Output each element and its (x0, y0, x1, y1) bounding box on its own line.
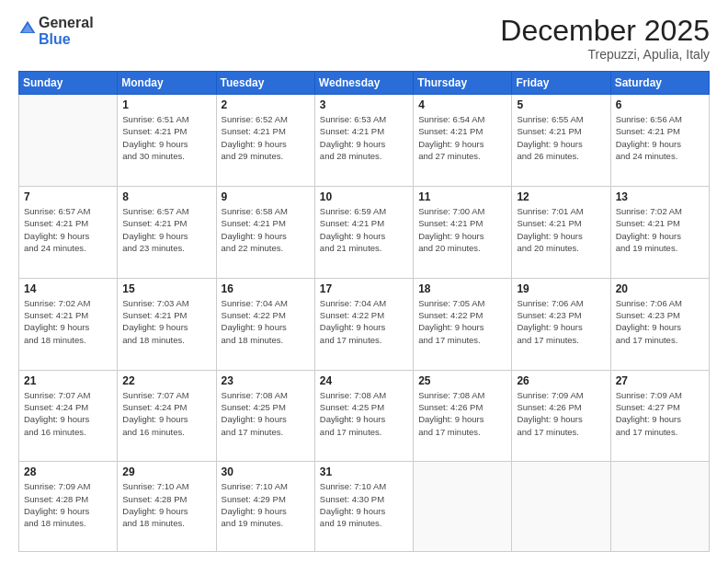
day-info: Sunrise: 7:08 AM Sunset: 4:26 PM Dayligh… (418, 389, 506, 438)
day-info: Sunrise: 7:05 AM Sunset: 4:22 PM Dayligh… (418, 297, 506, 346)
day-info: Sunrise: 7:03 AM Sunset: 4:21 PM Dayligh… (122, 297, 210, 346)
day-info: Sunrise: 7:02 AM Sunset: 4:21 PM Dayligh… (24, 297, 112, 346)
day-number: 18 (418, 282, 506, 295)
day-info: Sunrise: 7:09 AM Sunset: 4:27 PM Dayligh… (616, 389, 704, 438)
table-row: 7Sunrise: 6:57 AM Sunset: 4:21 PM Daylig… (19, 187, 118, 279)
page: General Blue December 2025 Trepuzzi, Apu… (0, 0, 728, 563)
day-number: 30 (222, 465, 310, 478)
location: Trepuzzi, Apulia, Italy (500, 47, 710, 62)
table-row: 22Sunrise: 7:07 AM Sunset: 4:24 PM Dayli… (118, 370, 216, 462)
day-number: 10 (320, 190, 408, 203)
day-number: 13 (616, 190, 704, 203)
table-row: 17Sunrise: 7:04 AM Sunset: 4:22 PM Dayli… (314, 278, 413, 370)
table-row: 23Sunrise: 7:08 AM Sunset: 4:25 PM Dayli… (216, 370, 314, 462)
day-number: 15 (122, 282, 210, 295)
day-number: 6 (616, 98, 704, 111)
day-number: 12 (517, 190, 605, 203)
col-saturday: Saturday (610, 72, 709, 95)
table-row: 13Sunrise: 7:02 AM Sunset: 4:21 PM Dayli… (610, 187, 709, 279)
table-row: 26Sunrise: 7:09 AM Sunset: 4:26 PM Dayli… (512, 370, 610, 462)
day-info: Sunrise: 6:51 AM Sunset: 4:21 PM Dayligh… (122, 113, 210, 162)
table-row: 25Sunrise: 7:08 AM Sunset: 4:26 PM Dayli… (414, 370, 512, 462)
table-row: 4Sunrise: 6:54 AM Sunset: 4:21 PM Daylig… (414, 95, 512, 187)
logo-blue-text: Blue (39, 31, 71, 47)
table-row: 11Sunrise: 7:00 AM Sunset: 4:21 PM Dayli… (414, 187, 512, 279)
day-number: 24 (320, 374, 408, 387)
day-number: 21 (24, 374, 112, 387)
table-row: 6Sunrise: 6:56 AM Sunset: 4:21 PM Daylig… (610, 95, 709, 187)
day-number: 25 (418, 374, 506, 387)
day-info: Sunrise: 7:04 AM Sunset: 4:22 PM Dayligh… (320, 297, 408, 346)
day-number: 8 (122, 190, 210, 203)
day-info: Sunrise: 6:56 AM Sunset: 4:21 PM Dayligh… (616, 113, 704, 162)
day-info: Sunrise: 7:09 AM Sunset: 4:28 PM Dayligh… (24, 480, 112, 529)
day-info: Sunrise: 7:01 AM Sunset: 4:21 PM Dayligh… (517, 205, 605, 254)
col-monday: Monday (118, 72, 216, 95)
day-number: 19 (517, 282, 605, 295)
day-number: 3 (320, 98, 408, 111)
col-tuesday: Tuesday (216, 72, 314, 95)
table-row (610, 462, 709, 552)
day-info: Sunrise: 6:58 AM Sunset: 4:21 PM Dayligh… (222, 205, 310, 254)
table-row: 10Sunrise: 6:59 AM Sunset: 4:21 PM Dayli… (314, 187, 413, 279)
day-number: 11 (418, 190, 506, 203)
table-row: 24Sunrise: 7:08 AM Sunset: 4:25 PM Dayli… (314, 370, 413, 462)
day-info: Sunrise: 7:07 AM Sunset: 4:24 PM Dayligh… (24, 389, 112, 438)
day-number: 31 (320, 465, 408, 478)
table-row: 2Sunrise: 6:52 AM Sunset: 4:21 PM Daylig… (216, 95, 314, 187)
day-number: 9 (222, 190, 310, 203)
table-row: 8Sunrise: 6:57 AM Sunset: 4:21 PM Daylig… (118, 187, 216, 279)
day-info: Sunrise: 6:57 AM Sunset: 4:21 PM Dayligh… (24, 205, 112, 254)
table-row: 3Sunrise: 6:53 AM Sunset: 4:21 PM Daylig… (314, 95, 413, 187)
day-number: 17 (320, 282, 408, 295)
logo-general-text: General (39, 15, 94, 30)
day-number: 28 (24, 465, 112, 478)
day-number: 1 (122, 98, 210, 111)
day-number: 14 (24, 282, 112, 295)
table-row: 1Sunrise: 6:51 AM Sunset: 4:21 PM Daylig… (118, 95, 216, 187)
table-row: 20Sunrise: 7:06 AM Sunset: 4:23 PM Dayli… (610, 278, 709, 370)
table-row (414, 462, 512, 552)
day-info: Sunrise: 7:08 AM Sunset: 4:25 PM Dayligh… (320, 389, 408, 438)
day-info: Sunrise: 6:55 AM Sunset: 4:21 PM Dayligh… (517, 113, 605, 162)
header: General Blue December 2025 Trepuzzi, Apu… (18, 15, 710, 62)
col-thursday: Thursday (414, 72, 512, 95)
table-row (19, 95, 118, 187)
col-wednesday: Wednesday (314, 72, 413, 95)
month-title: December 2025 (500, 15, 710, 47)
day-number: 16 (222, 282, 310, 295)
table-row (512, 462, 610, 552)
day-number: 2 (222, 98, 310, 111)
table-row: 12Sunrise: 7:01 AM Sunset: 4:21 PM Dayli… (512, 187, 610, 279)
logo: General Blue (18, 15, 94, 47)
table-row: 19Sunrise: 7:06 AM Sunset: 4:23 PM Dayli… (512, 278, 610, 370)
day-info: Sunrise: 6:59 AM Sunset: 4:21 PM Dayligh… (320, 205, 408, 254)
calendar-header-row: Sunday Monday Tuesday Wednesday Thursday… (19, 72, 710, 95)
day-number: 22 (122, 374, 210, 387)
day-info: Sunrise: 7:07 AM Sunset: 4:24 PM Dayligh… (122, 389, 210, 438)
day-number: 5 (517, 98, 605, 111)
table-row: 9Sunrise: 6:58 AM Sunset: 4:21 PM Daylig… (216, 187, 314, 279)
day-info: Sunrise: 7:04 AM Sunset: 4:22 PM Dayligh… (222, 297, 310, 346)
day-info: Sunrise: 6:52 AM Sunset: 4:21 PM Dayligh… (222, 113, 310, 162)
table-row: 29Sunrise: 7:10 AM Sunset: 4:28 PM Dayli… (118, 462, 216, 552)
day-info: Sunrise: 6:57 AM Sunset: 4:21 PM Dayligh… (122, 205, 210, 254)
day-info: Sunrise: 7:10 AM Sunset: 4:30 PM Dayligh… (320, 480, 408, 529)
title-block: December 2025 Trepuzzi, Apulia, Italy (500, 15, 710, 62)
day-info: Sunrise: 7:00 AM Sunset: 4:21 PM Dayligh… (418, 205, 506, 254)
table-row: 21Sunrise: 7:07 AM Sunset: 4:24 PM Dayli… (19, 370, 118, 462)
calendar-table: Sunday Monday Tuesday Wednesday Thursday… (18, 71, 710, 552)
day-info: Sunrise: 7:06 AM Sunset: 4:23 PM Dayligh… (517, 297, 605, 346)
day-info: Sunrise: 7:10 AM Sunset: 4:29 PM Dayligh… (222, 480, 310, 529)
day-number: 26 (517, 374, 605, 387)
table-row: 14Sunrise: 7:02 AM Sunset: 4:21 PM Dayli… (19, 278, 118, 370)
table-row: 28Sunrise: 7:09 AM Sunset: 4:28 PM Dayli… (19, 462, 118, 552)
table-row: 16Sunrise: 7:04 AM Sunset: 4:22 PM Dayli… (216, 278, 314, 370)
day-info: Sunrise: 7:10 AM Sunset: 4:28 PM Dayligh… (122, 480, 210, 529)
col-sunday: Sunday (19, 72, 118, 95)
logo-icon (18, 19, 37, 38)
day-number: 29 (122, 465, 210, 478)
day-info: Sunrise: 6:54 AM Sunset: 4:21 PM Dayligh… (418, 113, 506, 162)
col-friday: Friday (512, 72, 610, 95)
day-number: 27 (616, 374, 704, 387)
